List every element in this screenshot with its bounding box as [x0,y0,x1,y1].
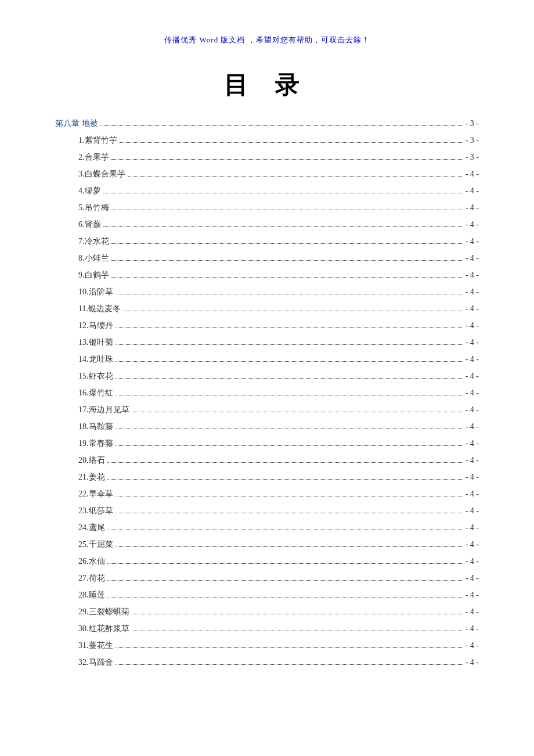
toc-leader-dots [132,412,463,412]
toc-leader-dots [123,311,463,311]
toc-leader-dots [111,159,463,160]
toc-item-label: 3.白蝶合果芋 [78,169,125,179]
toc-item-page: - 4 - [466,574,479,583]
toc-item-label: 26.水仙 [78,556,105,567]
toc-item-line[interactable]: 7.冷水花- 4 - [55,236,479,247]
toc-item-label: 12.马缨丹 [78,321,113,331]
toc-item-line[interactable]: 16.爆竹红- 4 - [55,388,479,398]
toc-item-line[interactable]: 10.沿阶草- 4 - [55,287,479,297]
toc-leader-dots [116,327,463,328]
toc-item-page: - 3 - [466,136,479,145]
toc-item-line[interactable]: 9.白鹤芋- 4 - [55,270,479,280]
toc-item-line[interactable]: 15.虾衣花- 4 - [55,371,479,381]
toc-item-label: 19.常春藤 [78,438,113,449]
toc-item-line[interactable]: 4.绿萝- 4 - [55,186,479,196]
toc-leader-dots [116,647,463,648]
toc-item-page: - 4 - [466,321,479,330]
toc-chapter-label: 第八章 地被 [55,118,98,129]
toc-item-line[interactable]: 1.紫背竹芋- 3 - [55,135,479,146]
toc-item-page: - 4 - [466,422,479,431]
toc-item-line[interactable]: 5.吊竹梅- 4 - [55,203,479,213]
toc-leader-dots [116,395,463,395]
toc-item-page: - 4 - [466,456,479,465]
toc-item-label: 2.合果芋 [78,152,109,163]
toc-item-line[interactable]: 24.鸢尾- 4 - [55,523,479,533]
toc-item-line[interactable]: 25.千屈菜- 4 - [55,539,479,550]
toc-item-page: - 3 - [466,153,479,162]
toc-item-page: - 4 - [466,658,479,667]
toc-item-line[interactable]: 19.常春藤- 4 - [55,438,479,449]
toc-item-line[interactable]: 29.三裂蟛蜞菊- 4 - [55,607,479,617]
toc-leader-dots [100,125,463,126]
toc-item-label: 25.千屈菜 [78,539,113,550]
toc-leader-dots [116,513,463,513]
toc-item-page: - 4 - [466,439,479,448]
toc-item-page: - 4 - [466,473,479,482]
toc-item-page: - 4 - [466,237,479,246]
toc-item-line[interactable]: 8.小蚌兰- 4 - [55,253,479,264]
table-of-contents: 第八章 地被 - 3 - 1.紫背竹芋- 3 -2.合果芋- 3 -3.白蝶合果… [55,118,479,668]
toc-item-line[interactable]: 12.马缨丹- 4 - [55,321,479,331]
toc-item-page: - 4 - [466,388,479,398]
toc-item-line[interactable]: 3.白蝶合果芋- 4 - [55,169,479,179]
toc-leader-dots [116,378,463,379]
toc-item-line[interactable]: 2.合果芋- 3 - [55,152,479,163]
toc-leader-dots [103,193,463,193]
toc-item-line[interactable]: 14.龙吐珠- 4 - [55,354,479,365]
toc-item-line[interactable]: 23.纸莎草- 4 - [55,506,479,516]
toc-item-page: - 4 - [466,405,479,415]
toc-chapter-line[interactable]: 第八章 地被 - 3 - [55,118,479,129]
header-note: 传播优秀 Word 版文档 ，希望对您有帮助，可双击去除！ [55,35,479,45]
toc-item-page: - 4 - [466,287,479,297]
toc-item-line[interactable]: 32.马蹄金- 4 - [55,657,479,668]
toc-item-label: 20.络石 [78,455,105,466]
toc-item-page: - 4 - [466,557,479,566]
toc-item-line[interactable]: 22.旱伞草- 4 - [55,489,479,499]
toc-item-label: 6.肾蕨 [78,219,101,230]
toc-leader-dots [116,344,463,345]
toc-item-line[interactable]: 28.睡莲- 4 - [55,590,479,600]
toc-item-page: - 4 - [466,338,479,347]
toc-leader-dots [116,664,463,665]
toc-leader-dots [132,614,463,614]
toc-item-line[interactable]: 26.水仙- 4 - [55,556,479,567]
toc-item-line[interactable]: 6.肾蕨- 4 - [55,219,479,230]
toc-item-label: 30.红花酢浆草 [78,624,129,634]
toc-leader-dots [107,580,463,581]
toc-item-page: - 4 - [466,523,479,532]
toc-item-label: 32.马蹄金 [78,657,113,668]
toc-item-label: 18.马鞍藤 [78,422,113,432]
toc-item-label: 31.蔓花生 [78,640,113,651]
toc-item-label: 15.虾衣花 [78,371,113,381]
toc-item-line[interactable]: 20.络石- 4 - [55,455,479,466]
toc-item-line[interactable]: 27.荷花- 4 - [55,573,479,584]
toc-item-label: 5.吊竹梅 [78,203,109,213]
toc-item-label: 14.龙吐珠 [78,354,113,365]
toc-item-line[interactable]: 17.海边月见草- 4 - [55,405,479,415]
toc-leader-dots [111,260,463,261]
toc-item-line[interactable]: 31.蔓花生- 4 - [55,640,479,651]
toc-item-label: 23.纸莎草 [78,506,113,516]
toc-item-line[interactable]: 21.姜花- 4 - [55,472,479,483]
toc-chapter-page: - 3 - [466,119,479,128]
toc-item-line[interactable]: 13.银叶菊- 4 - [55,337,479,348]
toc-item-label: 22.旱伞草 [78,489,113,499]
toc-leader-dots [116,445,463,446]
toc-item-label: 16.爆竹红 [78,388,113,398]
toc-item-line[interactable]: 18.马鞍藤- 4 - [55,422,479,432]
toc-item-label: 13.银叶菊 [78,337,113,348]
toc-leader-dots [107,530,463,530]
toc-item-page: - 4 - [466,591,479,600]
document-page: 传播优秀 Word 版文档 ，希望对您有帮助，可双击去除！ 目 录 第八章 地被… [0,0,534,709]
toc-item-label: 24.鸢尾 [78,523,105,533]
toc-item-label: 27.荷花 [78,573,105,584]
toc-item-label: 7.冷水花 [78,236,109,247]
toc-items-container: 1.紫背竹芋- 3 -2.合果芋- 3 -3.白蝶合果芋- 4 -4.绿萝- 4… [55,135,479,668]
toc-item-page: - 4 - [466,304,479,314]
toc-leader-dots [111,277,463,278]
toc-item-line[interactable]: 30.红花酢浆草- 4 - [55,624,479,634]
toc-item-label: 21.姜花 [78,472,105,483]
toc-leader-dots [107,462,463,463]
toc-item-line[interactable]: 11.银边麦冬- 4 - [55,304,479,314]
toc-leader-dots [132,631,463,631]
